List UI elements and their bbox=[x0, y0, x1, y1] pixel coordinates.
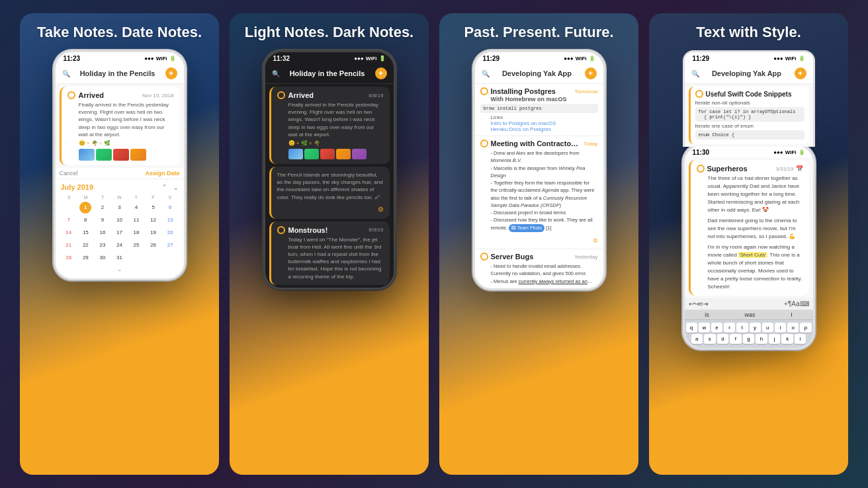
undo-icon[interactable]: ↩ bbox=[689, 300, 694, 307]
cal-day-28[interactable]: 28 bbox=[63, 252, 75, 264]
cal-day-9[interactable]: 9 bbox=[97, 214, 108, 226]
key-d[interactable]: d bbox=[717, 334, 729, 344]
phone-2-nav-title: Holiday in the Pencils bbox=[284, 69, 371, 77]
suggestion-i[interactable]: I bbox=[791, 311, 793, 318]
key-i[interactable]: i bbox=[775, 323, 786, 333]
dark-note-pencils[interactable]: The Pencil Islands are stunningly beauti… bbox=[269, 167, 390, 219]
cal-day-24[interactable]: 24 bbox=[113, 239, 125, 251]
cal-day-12[interactable]: 12 bbox=[148, 214, 159, 226]
suggestion-is[interactable]: is bbox=[705, 311, 709, 318]
highlight-short-cuts: 'Short Cuts' bbox=[738, 252, 767, 258]
search-icon-2[interactable]: 🔍 bbox=[272, 70, 280, 77]
swift-note[interactable]: Useful Swift Code Snippets Iterate non-n… bbox=[689, 87, 809, 144]
add-note-button-2[interactable]: + bbox=[375, 67, 387, 79]
search-icon-3[interactable]: 🔍 bbox=[482, 70, 490, 77]
superheros-date-row: 3/31/19 📅 bbox=[776, 165, 803, 172]
phone-2-content: Arrived 8/8/19 Finally arrived in the Pe… bbox=[265, 84, 394, 288]
redo-icon[interactable]: ↪ bbox=[694, 300, 699, 307]
cal-day-18[interactable]: 18 bbox=[130, 227, 142, 239]
cal-day-15[interactable]: 15 bbox=[79, 227, 91, 239]
cal-day-30[interactable]: 30 bbox=[97, 252, 108, 264]
swift-label-1: Iterate non-nil optionals bbox=[695, 100, 804, 106]
cal-day-26[interactable]: 26 bbox=[148, 239, 159, 251]
key-s[interactable]: s bbox=[704, 334, 716, 344]
meeting-title: Meeting with Contracto… bbox=[491, 140, 579, 147]
section-postgres[interactable]: Installing Postgres Tomorrow With Homebr… bbox=[475, 84, 603, 136]
meeting-bullets: - Drew and Alex are the developers from … bbox=[486, 149, 598, 232]
section-server-bugs[interactable]: Server Bugs Yesterday - Need to handle i… bbox=[475, 249, 603, 288]
cal-day-13[interactable]: 13 bbox=[164, 214, 176, 226]
phone-4-top-time: 11:29 bbox=[693, 55, 710, 62]
calendar-link-icon[interactable]: 📅 bbox=[796, 165, 803, 172]
link-heroku-docs[interactable]: Heroku Docs on Postgres bbox=[491, 126, 598, 132]
key-j[interactable]: j bbox=[769, 334, 781, 344]
keyboard-icon[interactable]: ⌨ bbox=[800, 300, 809, 307]
cal-next-button[interactable]: ⌄ bbox=[173, 183, 179, 192]
cal-day-14[interactable]: 14 bbox=[63, 227, 75, 239]
cal-day-7[interactable]: 7 bbox=[63, 214, 75, 226]
cal-day-11[interactable]: 11 bbox=[130, 214, 142, 226]
section-meeting[interactable]: Meeting with Contracto… Today - Drew and… bbox=[475, 136, 603, 249]
cal-day-4[interactable]: 4 bbox=[130, 202, 142, 214]
cal-day-22[interactable]: 22 bbox=[79, 239, 91, 251]
cal-day-16[interactable]: 16 bbox=[97, 227, 108, 239]
bugs-bullets: - Need to handle invalid email addresses… bbox=[486, 263, 598, 285]
assign-date-label[interactable]: Assign Date bbox=[145, 170, 179, 177]
search-icon[interactable]: 🔍 bbox=[62, 70, 70, 77]
key-u[interactable]: u bbox=[762, 323, 773, 333]
postgres-circle bbox=[480, 87, 488, 95]
add-note-button-4[interactable]: + bbox=[795, 67, 806, 79]
cal-day-23[interactable]: 23 bbox=[97, 239, 108, 251]
superheros-body-3: I'm in my room again now watching a movi… bbox=[708, 243, 803, 291]
key-w[interactable]: w bbox=[699, 323, 710, 333]
cal-day-29[interactable]: 29 bbox=[79, 252, 91, 264]
cal-day-27[interactable]: 27 bbox=[164, 239, 176, 251]
cal-day-21[interactable]: 21 bbox=[63, 239, 75, 251]
bullet-team: - Together they form the team responsibl… bbox=[491, 179, 598, 209]
key-t[interactable]: t bbox=[736, 323, 748, 333]
key-q[interactable]: q bbox=[686, 323, 697, 333]
keyboard[interactable]: q w e r t y u i o p a s d bbox=[685, 320, 813, 348]
phone-4-main-icons: ●●● WiFi 🔋 bbox=[773, 149, 804, 155]
cal-day-10[interactable]: 10 bbox=[113, 214, 125, 226]
add-note-button[interactable]: + bbox=[165, 67, 177, 79]
key-k[interactable]: k bbox=[781, 334, 793, 344]
dark-note-arrived[interactable]: Arrived 8/8/19 Finally arrived in the Pe… bbox=[269, 87, 390, 164]
cal-day-3[interactable]: 3 bbox=[113, 202, 125, 214]
key-o[interactable]: o bbox=[787, 323, 799, 333]
cal-prev-button[interactable]: ⌃ bbox=[161, 183, 167, 192]
indent-icon[interactable]: ⇥ bbox=[703, 300, 708, 307]
note-item-arrived[interactable]: Arrived Nov 15, 2018 Finally arrived in … bbox=[60, 87, 180, 165]
superheros-title-row: Superheros bbox=[697, 165, 748, 173]
font-size-icon[interactable]: Aa bbox=[791, 300, 799, 307]
key-g[interactable]: g bbox=[743, 334, 755, 344]
key-h[interactable]: h bbox=[756, 334, 767, 344]
cal-day-1[interactable]: 1 bbox=[79, 202, 91, 214]
key-y[interactable]: y bbox=[750, 323, 761, 333]
search-icon-4[interactable]: 🔍 bbox=[691, 70, 699, 77]
dark-note-monstrous[interactable]: Monstrous! 8/9/19 Today I went on "The M… bbox=[269, 222, 390, 285]
note-1-date: Nov 15, 2018 bbox=[142, 93, 174, 99]
key-a[interactable]: a bbox=[691, 334, 703, 344]
key-l[interactable]: l bbox=[795, 334, 806, 344]
cal-day-20[interactable]: 20 bbox=[164, 227, 176, 239]
cal-day-19[interactable]: 19 bbox=[148, 227, 159, 239]
cal-day-6[interactable]: 6 bbox=[164, 202, 176, 214]
key-f[interactable]: f bbox=[730, 334, 742, 344]
key-e[interactable]: e bbox=[711, 323, 722, 333]
phone-1-status-bar: 11:23 ●●● WiFi 🔋 bbox=[56, 52, 184, 63]
link-postgres-macos[interactable]: Intro to Postgres on macOS bbox=[491, 120, 598, 126]
cal-day-25[interactable]: 25 bbox=[130, 239, 142, 251]
add-note-button-3[interactable]: + bbox=[585, 67, 597, 79]
key-r[interactable]: r bbox=[724, 323, 735, 333]
suggestion-was[interactable]: was bbox=[744, 311, 755, 318]
cancel-label[interactable]: Cancel bbox=[60, 170, 78, 177]
cal-day-5[interactable]: 5 bbox=[148, 202, 159, 214]
superheros-note[interactable]: Superheros 3/31/19 📅 The three of us had… bbox=[689, 160, 809, 296]
cal-day-2[interactable]: 2 bbox=[97, 202, 108, 214]
key-p[interactable]: p bbox=[800, 323, 811, 333]
panel-2: Light Notes. Dark Notes. 11:32 ●●● WiFi … bbox=[230, 13, 429, 475]
cal-day-17[interactable]: 17 bbox=[113, 227, 125, 239]
cal-day-31[interactable]: 31 bbox=[113, 252, 125, 264]
cal-day-8[interactable]: 8 bbox=[79, 214, 91, 226]
